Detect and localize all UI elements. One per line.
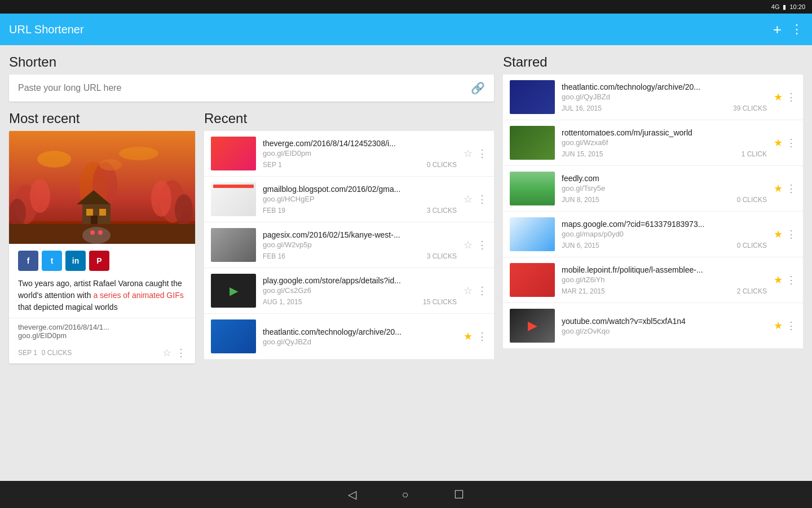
starred-star-icon[interactable]: ★	[774, 182, 783, 195]
navigation-bar: ◁ ○ ☐	[0, 481, 812, 508]
recent-column: Recent theverge.com/2016/8/14/12452308/i…	[204, 111, 494, 472]
recent-item-footer: SEP 1 0 CLICKS	[263, 161, 457, 169]
facebook-share-button[interactable]: f	[18, 251, 38, 271]
starred-star-icon[interactable]: ★	[774, 91, 783, 103]
recent-more-icon[interactable]: ⋮	[477, 284, 487, 297]
add-button[interactable]: +	[773, 21, 782, 38]
starred-list: theatlantic.com/technology/archive/20...…	[503, 75, 803, 349]
recent-star-icon[interactable]: ☆	[464, 147, 473, 160]
recent-item: gmailblog.blogspot.com/2016/02/gma... go…	[204, 177, 494, 222]
starred-star-icon[interactable]: ★	[774, 228, 783, 240]
time-display: 10:20	[789, 3, 805, 10]
starred-item-short-url: goo.gl/Wzxa6f	[562, 138, 767, 147]
starred-thumb	[510, 263, 555, 297]
recent-item-thumb	[211, 182, 256, 216]
url-input[interactable]	[18, 83, 471, 93]
most-recent-actions: ☆ ⋮	[162, 347, 186, 359]
recent-star-icon[interactable]: ★	[464, 330, 473, 343]
recent-item-url: play.google.com/store/apps/details?id...	[263, 276, 457, 285]
linkedin-share-button[interactable]: in	[65, 251, 86, 271]
recent-item-content: gmailblog.blogspot.com/2016/02/gma... go…	[263, 185, 457, 214]
recent-item-actions: ☆ ⋮	[464, 284, 487, 297]
starred-more-icon[interactable]: ⋮	[786, 137, 796, 149]
starred-star-icon[interactable]: ★	[774, 319, 783, 332]
starred-item: theatlantic.com/technology/archive/20...…	[503, 75, 803, 120]
recent-more-icon[interactable]: ⋮	[477, 193, 487, 205]
recent-more-icon[interactable]: ⋮	[477, 330, 487, 343]
svg-rect-13	[99, 209, 106, 216]
svg-point-4	[9, 199, 26, 227]
recent-item-actions: ☆ ⋮	[464, 147, 487, 160]
recent-more-icon[interactable]: ⋮	[477, 239, 487, 251]
svg-point-20	[119, 147, 158, 160]
recent-item-actions: ☆ ⋮	[464, 193, 487, 205]
starred-thumb: ▶	[510, 309, 555, 343]
recent-item-actions: ☆ ⋮	[464, 239, 487, 251]
starred-item-date: JUN 8, 2015	[562, 196, 599, 204]
recent-item-content: theverge.com/2016/8/14/12452308/i... goo…	[263, 139, 457, 169]
starred-item-footer: JUL 16, 2015 39 CLICKS	[562, 104, 767, 112]
starred-panel: Starred theatlantic.com/technology/archi…	[503, 54, 803, 472]
recent-item-footer: AUG 1, 2015 15 CLICKS	[263, 298, 457, 306]
starred-more-icon[interactable]: ⋮	[786, 182, 796, 195]
recent-item-date: AUG 1, 2015	[263, 298, 302, 306]
recent-star-icon[interactable]: ☆	[464, 193, 473, 205]
starred-star-icon[interactable]: ★	[774, 274, 783, 286]
recent-item: ▶ play.google.com/store/apps/details?id.…	[204, 268, 494, 314]
recent-star-icon[interactable]: ☆	[464, 284, 473, 297]
starred-item-content: maps.google.com/?cid=613379183973... goo…	[562, 220, 767, 249]
most-recent-card-footer: theverge.com/2016/8/14/1... goo.gl/EID0p…	[9, 318, 195, 344]
starred-item-content: feedly.com goo.gl/Tsry5e JUN 8, 2015 0 C…	[562, 174, 767, 204]
url-input-container[interactable]: 🔗	[9, 75, 494, 102]
recent-item-footer: FEB 19 3 CLICKS	[263, 207, 457, 214]
svg-point-16	[82, 227, 111, 244]
most-recent-short-url: goo.gl/EID0pm	[18, 331, 109, 340]
recent-item-actions: ★ ⋮	[464, 330, 487, 343]
starred-thumb	[510, 217, 555, 251]
signal-indicator: 4G	[771, 3, 780, 10]
back-button[interactable]: ◁	[348, 488, 356, 501]
starred-item-date: JUN 6, 2015	[562, 242, 599, 249]
recent-item: theverge.com/2016/8/14/12452308/i... goo…	[204, 131, 494, 177]
twitter-share-button[interactable]: t	[42, 251, 62, 271]
most-recent-star-icon[interactable]: ☆	[162, 347, 171, 359]
most-recent-more-icon[interactable]: ⋮	[176, 347, 186, 359]
svg-rect-14	[91, 216, 98, 224]
starred-star-icon[interactable]: ★	[774, 137, 783, 149]
starred-more-icon[interactable]: ⋮	[786, 319, 796, 332]
starred-item-actions: ★ ⋮	[774, 274, 796, 286]
starred-more-icon[interactable]: ⋮	[786, 91, 796, 103]
home-button[interactable]: ○	[401, 488, 408, 501]
recent-item-thumb: ▶	[211, 274, 256, 308]
recent-item-clicks: 15 CLICKS	[423, 298, 457, 306]
recent-apps-button[interactable]: ☐	[454, 488, 464, 501]
starred-more-icon[interactable]: ⋮	[786, 274, 796, 286]
recent-item: pagesix.com/2016/02/15/kanye-west-... go…	[204, 222, 494, 268]
recent-more-icon[interactable]: ⋮	[477, 147, 487, 160]
most-recent-image	[9, 131, 195, 244]
more-options-button[interactable]: ⋮	[791, 22, 803, 37]
app-title: URL Shortener	[9, 23, 84, 36]
most-recent-url-info: theverge.com/2016/8/14/1... goo.gl/EID0p…	[18, 323, 109, 340]
starred-item-actions: ★ ⋮	[774, 137, 796, 149]
pinterest-share-button[interactable]: P	[89, 251, 109, 271]
starred-item-date: JUL 16, 2015	[562, 104, 602, 112]
recent-star-icon[interactable]: ☆	[464, 239, 473, 251]
recent-item-date: SEP 1	[263, 161, 282, 169]
svg-point-21	[99, 159, 122, 170]
starred-item-footer: JUN 15, 2015 1 CLICK	[562, 150, 767, 158]
most-recent-meta: SEP 1 0 CLICKS ☆ ⋮	[9, 344, 195, 364]
svg-point-19	[37, 151, 71, 168]
starred-item-url: maps.google.com/?cid=613379183973...	[562, 220, 767, 229]
most-recent-card: f t in P Two years ago, artist Rafael Va…	[9, 131, 195, 364]
svg-point-17	[90, 230, 95, 235]
most-recent-long-url: theverge.com/2016/8/14/1...	[18, 323, 109, 331]
recent-item-short-url: goo.gl/W2vp5p	[263, 240, 457, 249]
link-icon: 🔗	[471, 81, 485, 95]
starred-item-actions: ★ ⋮	[774, 91, 796, 103]
recent-item-short-url: goo.gl/HCHgEP	[263, 195, 457, 203]
starred-item-actions: ★ ⋮	[774, 228, 796, 240]
svg-point-3	[30, 179, 50, 213]
starred-more-icon[interactable]: ⋮	[786, 228, 796, 240]
recent-item-content: pagesix.com/2016/02/15/kanye-west-... go…	[263, 230, 457, 260]
